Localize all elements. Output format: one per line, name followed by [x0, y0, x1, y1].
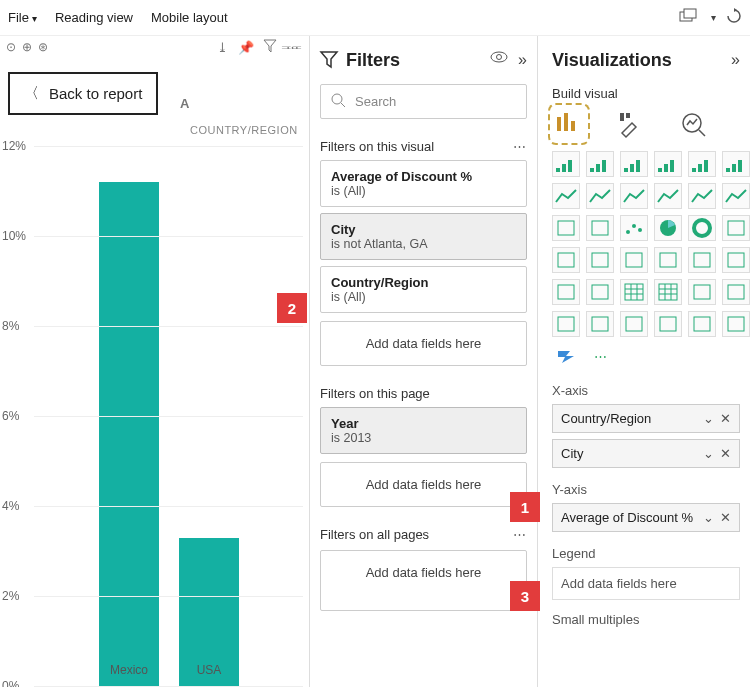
- svg-rect-28: [732, 164, 736, 172]
- add-page-filter[interactable]: Add data fields here: [320, 462, 527, 507]
- table-icon[interactable]: [620, 279, 648, 305]
- power-automate-icon[interactable]: [552, 343, 580, 369]
- card-icon[interactable]: [688, 247, 716, 273]
- bar-chart[interactable]: 0%2%4%6%8%10%12% MexicoUSA: [0, 146, 309, 687]
- svg-rect-10: [626, 113, 630, 118]
- clustered-column-icon[interactable]: [654, 151, 682, 177]
- format-visual-tab[interactable]: [614, 107, 648, 141]
- power-apps-icon[interactable]: [722, 311, 750, 337]
- y-tick: 8%: [0, 319, 34, 333]
- more-icon[interactable]: ⋯: [586, 343, 614, 369]
- narrative-icon[interactable]: [654, 311, 682, 337]
- callout-3: 3: [510, 581, 540, 611]
- collapse-icon[interactable]: »: [518, 51, 527, 69]
- remove-icon[interactable]: ✕: [720, 411, 731, 426]
- py-visual-icon[interactable]: [722, 279, 750, 305]
- filter-search-input[interactable]: Search: [320, 84, 527, 119]
- refresh-icon[interactable]: [726, 8, 742, 27]
- legend-label: COUNTRY/REGION: [190, 124, 300, 136]
- build-visual-label: Build visual: [552, 86, 740, 101]
- file-menu[interactable]: File▾: [8, 10, 37, 25]
- back-to-report-button[interactable]: 〈 Back to report: [8, 72, 158, 115]
- filled-map-icon[interactable]: [586, 247, 614, 273]
- eye-icon[interactable]: [490, 51, 508, 69]
- decomp-icon[interactable]: [586, 311, 614, 337]
- filters-page-section: Filters on this page: [320, 386, 527, 401]
- remove-icon[interactable]: ✕: [720, 446, 731, 461]
- funnel-icon[interactable]: [586, 215, 614, 241]
- field-pill[interactable]: Average of Discount %⌄✕: [552, 503, 740, 532]
- pill-label: Average of Discount %: [561, 510, 693, 525]
- donut-icon[interactable]: [688, 215, 716, 241]
- paginated-icon[interactable]: [688, 311, 716, 337]
- ribbon-icon[interactable]: [722, 183, 750, 209]
- reading-view-menu[interactable]: Reading view: [55, 10, 133, 25]
- visual-type-grid: ⋯: [552, 151, 740, 369]
- chevron-down-icon[interactable]: ⌄: [703, 510, 714, 525]
- svg-line-5: [341, 103, 345, 107]
- chevron-down-icon: ▾: [32, 13, 37, 24]
- drill-up-icon[interactable]: ⊙: [6, 40, 16, 54]
- svg-point-32: [626, 230, 630, 234]
- line-icon[interactable]: [552, 183, 580, 209]
- svg-rect-62: [694, 317, 710, 331]
- clustered-bar-icon[interactable]: [620, 151, 648, 177]
- export-icon[interactable]: ⤓: [217, 40, 228, 55]
- cascade-icon[interactable]: [680, 9, 698, 26]
- multi-row-icon[interactable]: [552, 279, 580, 305]
- key-influencers-icon[interactable]: [552, 311, 580, 337]
- filter-icon[interactable]: [264, 40, 276, 55]
- expand-icon[interactable]: ⊛: [38, 40, 48, 54]
- scatter-icon[interactable]: [620, 215, 648, 241]
- pie-icon[interactable]: [654, 215, 682, 241]
- waterfall-icon[interactable]: [552, 215, 580, 241]
- 100-column-icon[interactable]: [722, 151, 750, 177]
- svg-rect-57: [728, 285, 744, 299]
- svg-rect-45: [592, 285, 608, 299]
- gauge-icon[interactable]: [654, 247, 682, 273]
- analytics-tab[interactable]: [676, 107, 710, 141]
- r-visual-icon[interactable]: [688, 279, 716, 305]
- slicer-icon[interactable]: [586, 279, 614, 305]
- filter-card[interactable]: Yearis 2013: [320, 407, 527, 454]
- svg-rect-7: [564, 113, 568, 131]
- line-clustered-icon[interactable]: [688, 183, 716, 209]
- back-label: Back to report: [49, 85, 142, 102]
- remove-icon[interactable]: ✕: [720, 510, 731, 525]
- stacked-bar-icon[interactable]: [552, 151, 580, 177]
- azure-map-icon[interactable]: [620, 247, 648, 273]
- matrix-icon[interactable]: [654, 279, 682, 305]
- 100-bar-icon[interactable]: [688, 151, 716, 177]
- field-pill[interactable]: Country/Region⌄✕: [552, 404, 740, 433]
- more-icon[interactable]: ⋯: [513, 527, 527, 542]
- svg-rect-51: [659, 284, 677, 300]
- svg-rect-17: [602, 160, 606, 172]
- field-pill[interactable]: City⌄✕: [552, 439, 740, 468]
- line-column-icon[interactable]: [654, 183, 682, 209]
- stacked-column-icon[interactable]: [586, 151, 614, 177]
- collapse-icon[interactable]: »: [731, 51, 740, 69]
- qna-icon[interactable]: [620, 311, 648, 337]
- kpi-icon[interactable]: [722, 247, 750, 273]
- chevron-down-icon[interactable]: ▾: [711, 12, 716, 23]
- chevron-down-icon[interactable]: ⌄: [703, 446, 714, 461]
- map-icon[interactable]: [552, 247, 580, 273]
- legend-add[interactable]: Add data fields here: [552, 567, 740, 600]
- treemap-icon[interactable]: [722, 215, 750, 241]
- filter-card[interactable]: Country/Regionis (All): [320, 266, 527, 313]
- bar[interactable]: [99, 182, 159, 686]
- filter-card[interactable]: Cityis not Atlanta, GA: [320, 213, 527, 260]
- more-icon[interactable]: ⋯: [286, 40, 299, 55]
- more-icon[interactable]: ⋯: [513, 139, 527, 154]
- pin-icon[interactable]: 📌: [238, 40, 254, 55]
- filter-title: City: [331, 222, 516, 237]
- filter-card[interactable]: Average of Discount %is (All): [320, 160, 527, 207]
- chevron-down-icon[interactable]: ⌄: [703, 411, 714, 426]
- add-all-filter[interactable]: Add data fields here: [320, 550, 527, 611]
- add-visual-filter[interactable]: Add data fields here: [320, 321, 527, 366]
- mobile-layout-menu[interactable]: Mobile layout: [151, 10, 228, 25]
- drill-down-icon[interactable]: ⊕: [22, 40, 32, 54]
- build-visual-tab[interactable]: [552, 107, 586, 141]
- area-icon[interactable]: [586, 183, 614, 209]
- stacked-area-icon[interactable]: [620, 183, 648, 209]
